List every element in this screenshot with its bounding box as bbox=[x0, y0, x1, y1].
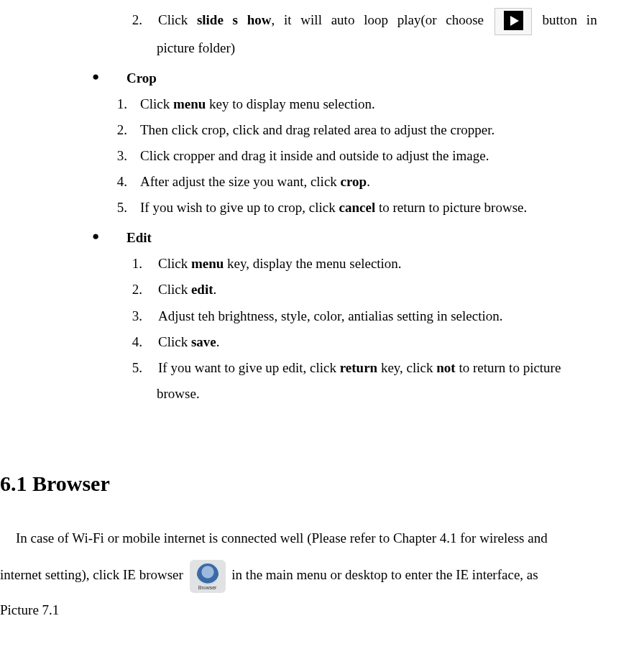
bold-text: slide s how bbox=[197, 12, 272, 27]
bold-text: menu bbox=[191, 256, 224, 271]
text: browse. bbox=[157, 386, 200, 401]
continuation-line: browse. bbox=[0, 381, 621, 407]
text: If you want to give up edit, click bbox=[158, 360, 340, 375]
continuation-line: picture folder) bbox=[0, 35, 621, 61]
list-number: 3. bbox=[115, 303, 158, 329]
text: to return to picture browse. bbox=[375, 200, 527, 215]
bullet-icon: ● bbox=[92, 225, 126, 248]
text: Click bbox=[158, 256, 191, 271]
list-text: Click cropper and drag it inside and out… bbox=[140, 143, 621, 169]
bold-text: cancel bbox=[339, 200, 376, 215]
list-text: After adjust the size you want, click cr… bbox=[140, 169, 621, 195]
crop-step-1: 1. Click menu key to display menu select… bbox=[0, 91, 621, 117]
text: . bbox=[216, 334, 220, 349]
text: If you wish to give up to crop, click bbox=[140, 200, 339, 215]
browser-paragraph-line1: In case of Wi-Fi or mobile internet is c… bbox=[0, 525, 621, 551]
bullet-icon: ● bbox=[92, 65, 126, 88]
text: Click bbox=[158, 282, 191, 297]
edit-step-2: 2. Click edit. bbox=[0, 277, 621, 303]
crop-heading: ● Crop bbox=[0, 65, 621, 91]
text: in the main menu or desktop to enter the… bbox=[229, 567, 538, 582]
list-number: 2. bbox=[115, 7, 158, 33]
list-number: 3. bbox=[93, 143, 140, 169]
list-number: 4. bbox=[93, 169, 140, 195]
list-number: 2. bbox=[93, 117, 140, 143]
slideshow-step-2: 2. Click slide s how, it will auto loop … bbox=[0, 7, 621, 35]
bold-text: crop bbox=[341, 174, 367, 189]
list-text: If you want to give up edit, click retur… bbox=[158, 355, 621, 381]
list-text: Then click crop, click and drag related … bbox=[140, 117, 621, 143]
text: key, display the menu selection. bbox=[224, 256, 401, 271]
section-title: Crop bbox=[126, 65, 157, 91]
text: Click bbox=[140, 96, 173, 111]
browser-paragraph-line2: internet setting), click IE browser in t… bbox=[0, 560, 621, 593]
bold-text: not bbox=[436, 360, 455, 375]
edit-step-5: 5. If you want to give up edit, click re… bbox=[0, 355, 621, 381]
edit-step-4: 4. Click save. bbox=[0, 329, 621, 355]
text: key to display menu selection. bbox=[206, 96, 374, 111]
list-text: Click menu key to display menu selection… bbox=[140, 91, 621, 117]
list-text: Adjust teh brightness, style, color, ant… bbox=[158, 303, 621, 329]
edit-heading: ● Edit bbox=[0, 225, 621, 251]
crop-step-2: 2. Then click crop, click and drag relat… bbox=[0, 117, 621, 143]
browser-paragraph-line3: Picture 7.1 bbox=[0, 597, 621, 623]
text: , it will auto loop play(or choose bbox=[272, 12, 493, 27]
list-number: 2. bbox=[115, 277, 158, 303]
browser-heading: 6.1 Browser bbox=[0, 463, 621, 504]
text: button in bbox=[533, 12, 597, 27]
crop-step-5: 5. If you wish to give up to crop, click… bbox=[0, 195, 621, 221]
list-number: 5. bbox=[93, 195, 140, 221]
text: After adjust the size you want, click bbox=[140, 174, 341, 189]
list-number: 1. bbox=[93, 91, 140, 117]
text: . bbox=[367, 174, 370, 189]
document-body: 2. Click slide s how, it will auto loop … bbox=[0, 7, 621, 623]
list-text: If you wish to give up to crop, click ca… bbox=[140, 195, 621, 221]
text: to return to picture bbox=[456, 360, 561, 375]
text: Click bbox=[158, 12, 197, 27]
text: internet setting), click IE browser bbox=[0, 567, 187, 582]
browser-icon bbox=[190, 560, 226, 593]
text: key, click bbox=[377, 360, 436, 375]
text: Click bbox=[158, 334, 191, 349]
list-text: Click edit. bbox=[158, 277, 621, 303]
edit-step-1: 1. Click menu key, display the menu sele… bbox=[0, 251, 621, 277]
list-text: Click save. bbox=[158, 329, 621, 355]
text: . bbox=[213, 282, 217, 297]
bold-text: menu bbox=[173, 96, 206, 111]
list-text: Click menu key, display the menu selecti… bbox=[158, 251, 621, 277]
crop-step-4: 4. After adjust the size you want, click… bbox=[0, 169, 621, 195]
play-icon bbox=[494, 8, 532, 35]
list-text: Click slide s how, it will auto loop pla… bbox=[158, 7, 621, 35]
text: picture folder) bbox=[157, 40, 235, 55]
list-number: 4. bbox=[115, 329, 158, 355]
bold-text: return bbox=[340, 360, 377, 375]
crop-step-3: 3. Click cropper and drag it inside and … bbox=[0, 143, 621, 169]
list-number: 5. bbox=[115, 355, 158, 381]
list-number: 1. bbox=[115, 251, 158, 277]
section-title: Edit bbox=[126, 225, 152, 251]
bold-text: edit bbox=[191, 282, 213, 297]
bold-text: save bbox=[191, 334, 216, 349]
edit-step-3: 3. Adjust teh brightness, style, color, … bbox=[0, 303, 621, 329]
